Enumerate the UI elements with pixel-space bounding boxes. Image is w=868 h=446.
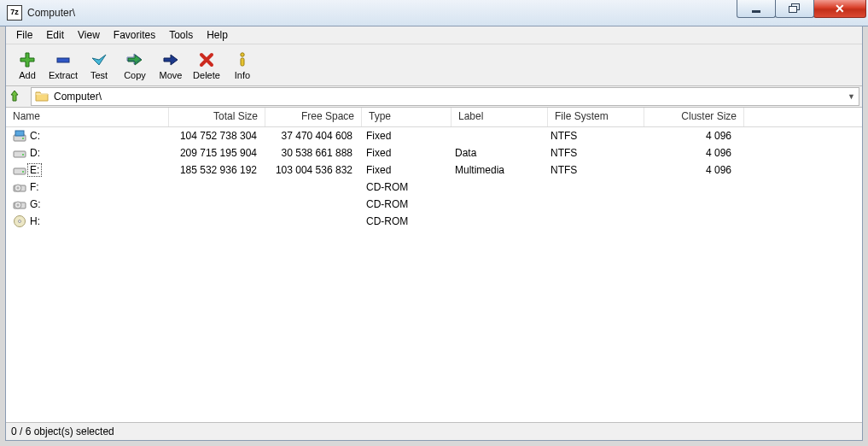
delete-button[interactable]: Delete xyxy=(189,46,224,85)
path-text: Computer\ xyxy=(54,91,102,103)
test-button[interactable]: Test xyxy=(81,46,117,85)
drive-icon xyxy=(13,146,26,160)
window-title: Computer\ xyxy=(27,7,75,19)
drive-row[interactable]: H:CD-ROM xyxy=(6,213,862,230)
status-bar: 0 / 6 object(s) selected xyxy=(6,422,862,440)
info-label: Info xyxy=(235,70,250,80)
extract-label: Extract xyxy=(49,70,78,80)
menu-file[interactable]: File xyxy=(9,27,39,43)
drive-row[interactable]: G:CD-ROM xyxy=(6,196,862,213)
window-minimize-button[interactable] xyxy=(737,0,776,18)
drive-icon xyxy=(13,180,26,194)
drive-name: C: xyxy=(30,130,40,142)
column-header-cluster-size[interactable]: Cluster Size xyxy=(644,108,744,126)
plus-icon xyxy=(19,51,36,68)
svg-rect-5 xyxy=(22,138,24,139)
cell-file-system: NTFS xyxy=(544,130,639,142)
app-icon: 7z xyxy=(7,5,22,21)
folder-icon xyxy=(35,90,49,104)
menu-favorites[interactable]: Favorites xyxy=(107,27,162,43)
cell-free-space: 103 004 536 832 xyxy=(264,164,359,176)
drive-name-cell: D: xyxy=(6,146,168,160)
address-bar: Computer\ ▼ xyxy=(6,86,862,108)
drive-name: H: xyxy=(30,215,40,227)
close-icon: ✕ xyxy=(835,3,845,15)
info-button[interactable]: Info xyxy=(224,46,260,85)
check-icon xyxy=(90,51,108,68)
svg-point-1 xyxy=(241,53,244,56)
cell-type: CD-ROM xyxy=(359,181,448,193)
svg-rect-2 xyxy=(241,58,244,66)
drive-name: F: xyxy=(30,181,39,193)
svg-point-17 xyxy=(19,220,21,223)
column-header-label[interactable]: Label xyxy=(451,108,548,126)
info-icon xyxy=(234,51,251,68)
column-header-rest xyxy=(744,108,862,126)
svg-rect-4 xyxy=(15,131,24,136)
window-close-button[interactable]: ✕ xyxy=(813,0,866,18)
svg-rect-0 xyxy=(57,58,69,62)
menu-help[interactable]: Help xyxy=(200,27,235,43)
menu-tools[interactable]: Tools xyxy=(162,27,200,43)
cell-cluster-size: 4 096 xyxy=(639,147,738,159)
cell-file-system: NTFS xyxy=(544,147,639,159)
cell-total-size: 185 532 936 192 xyxy=(168,164,264,176)
cell-cluster-size: 4 096 xyxy=(639,164,738,176)
toolbar: AddExtractTestCopyMoveDeleteInfo xyxy=(6,44,862,86)
cell-type: Fixed xyxy=(359,147,448,159)
window-maximize-button[interactable] xyxy=(775,0,814,18)
svg-point-15 xyxy=(17,204,19,206)
drive-row[interactable]: E:185 532 936 192103 004 536 832FixedMul… xyxy=(6,161,862,179)
drive-name: D: xyxy=(30,147,40,159)
svg-point-12 xyxy=(17,187,19,189)
copy-button[interactable]: Copy xyxy=(117,46,153,85)
drive-name-cell: H: xyxy=(6,214,168,228)
menu-bar: FileEditViewFavoritesToolsHelp xyxy=(6,26,862,44)
arrow-rd-icon xyxy=(126,51,143,68)
menu-view[interactable]: View xyxy=(71,27,107,43)
menu-edit[interactable]: Edit xyxy=(39,27,71,43)
drive-row[interactable]: F:CD-ROM xyxy=(6,179,862,196)
app-frame: FileEditViewFavoritesToolsHelp AddExtrac… xyxy=(5,26,863,441)
minus-icon xyxy=(55,51,72,68)
status-text: 0 / 6 object(s) selected xyxy=(11,425,114,437)
cell-type: CD-ROM xyxy=(359,215,448,227)
cross-icon xyxy=(198,51,215,68)
drive-icon xyxy=(13,163,26,177)
path-dropdown-icon[interactable]: ▼ xyxy=(848,92,855,101)
column-header-type[interactable]: Type xyxy=(362,108,451,126)
cell-label: Multimedia xyxy=(448,164,544,176)
add-label: Add xyxy=(19,70,36,80)
path-field[interactable]: Computer\ ▼ xyxy=(31,87,859,106)
column-header-name[interactable]: Name xyxy=(6,108,169,126)
cell-type: CD-ROM xyxy=(359,198,448,210)
drive-icon xyxy=(13,129,26,143)
arrow-r-icon xyxy=(162,51,179,68)
move-button[interactable]: Move xyxy=(153,46,189,85)
drive-row[interactable]: D:209 715 195 90430 538 661 888FixedData… xyxy=(6,144,862,161)
up-one-level-button[interactable] xyxy=(9,88,26,105)
cell-cluster-size: 4 096 xyxy=(639,130,738,142)
column-header-file-system[interactable]: File System xyxy=(548,108,644,126)
cell-total-size: 104 752 738 304 xyxy=(168,130,264,142)
test-label: Test xyxy=(90,70,108,80)
extract-button[interactable]: Extract xyxy=(45,46,81,85)
drive-row[interactable]: C:104 752 738 30437 470 404 608FixedNTFS… xyxy=(6,127,862,144)
cell-type: Fixed xyxy=(359,164,448,176)
add-button[interactable]: Add xyxy=(9,46,45,85)
svg-rect-7 xyxy=(22,154,24,156)
column-header-free-space[interactable]: Free Space xyxy=(265,108,362,126)
list-header: Name Total Size Free Space Type Label Fi… xyxy=(6,108,862,127)
drive-name-cell: E: xyxy=(6,163,168,177)
cell-total-size: 209 715 195 904 xyxy=(168,147,264,159)
copy-label: Copy xyxy=(124,70,146,80)
delete-label: Delete xyxy=(193,70,220,80)
cell-free-space: 30 538 661 888 xyxy=(264,147,359,159)
drive-icon xyxy=(13,197,26,211)
cell-label: Data xyxy=(448,147,544,159)
drive-icon xyxy=(13,214,26,228)
drive-name: E: xyxy=(27,163,42,177)
column-header-total-size[interactable]: Total Size xyxy=(169,108,265,126)
move-label: Move xyxy=(160,70,183,80)
drive-name-cell: F: xyxy=(6,180,168,194)
